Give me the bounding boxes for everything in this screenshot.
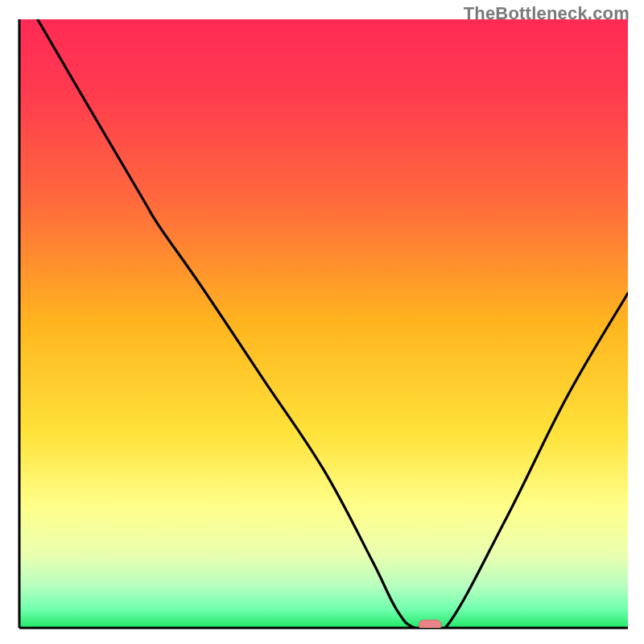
chart-svg bbox=[0, 0, 644, 644]
watermark-label: TheBottleneck.com bbox=[464, 3, 630, 24]
bottleneck-chart: TheBottleneck.com bbox=[0, 0, 644, 644]
plot-background bbox=[19, 19, 628, 628]
